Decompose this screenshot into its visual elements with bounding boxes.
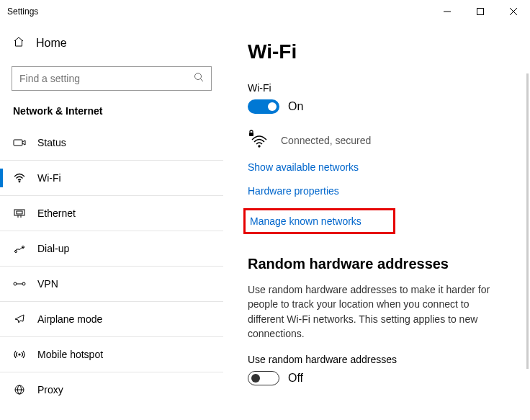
- wifi-icon: [13, 173, 26, 183]
- sidebar-section-header: Network & Internet: [0, 105, 223, 127]
- svg-point-7: [19, 181, 20, 182]
- sidebar-item-label: Wi-Fi: [37, 172, 61, 184]
- sidebar-item-airplane[interactable]: Airplane mode: [0, 303, 223, 335]
- sidebar-item-label: Ethernet: [37, 207, 76, 219]
- ethernet-icon: [13, 208, 26, 218]
- airplane-icon: [13, 313, 26, 325]
- random-addresses-description: Use random hardware addresses to make it…: [248, 282, 507, 341]
- wifi-toggle-state: On: [288, 100, 303, 113]
- sidebar-item-label: Mobile hotspot: [37, 349, 103, 360]
- home-label: Home: [36, 37, 67, 50]
- svg-point-17: [19, 354, 20, 355]
- connection-status-text: Connected, secured: [281, 135, 371, 146]
- sidebar-item-hotspot[interactable]: Mobile hotspot: [0, 339, 223, 370]
- sidebar-item-label: Dial-up: [37, 243, 69, 254]
- svg-point-14: [14, 282, 17, 285]
- home-icon: [13, 36, 24, 50]
- svg-point-12: [15, 251, 17, 253]
- vpn-icon: [13, 280, 26, 287]
- svg-rect-9: [17, 211, 22, 214]
- minimize-button[interactable]: [431, 1, 464, 22]
- sidebar-item-wifi[interactable]: Wi-Fi: [0, 162, 223, 194]
- wifi-secured-icon: [248, 130, 269, 151]
- search-field[interactable]: [19, 73, 194, 84]
- main-content: Wi-Fi Wi-Fi On Connected, secured Show a…: [223, 23, 530, 420]
- sidebar-item-ethernet[interactable]: Ethernet: [0, 197, 223, 229]
- sidebar-item-label: Proxy: [37, 384, 63, 396]
- svg-point-4: [195, 73, 202, 80]
- svg-rect-6: [14, 140, 22, 146]
- close-button[interactable]: [497, 1, 530, 22]
- manage-known-networks-highlight: Manage known networks: [243, 208, 395, 234]
- svg-point-21: [259, 146, 260, 147]
- wifi-toggle-label: Wi-Fi: [248, 82, 516, 94]
- titlebar: Settings: [0, 0, 530, 23]
- divider: [0, 301, 223, 302]
- divider: [0, 372, 223, 372]
- dialup-icon: [13, 243, 26, 254]
- divider: [0, 195, 223, 196]
- divider: [0, 336, 223, 337]
- sidebar-item-label: Airplane mode: [37, 313, 102, 325]
- random-addresses-toggle[interactable]: [248, 371, 279, 385]
- svg-rect-8: [14, 210, 24, 215]
- svg-rect-1: [477, 9, 484, 15]
- proxy-icon: [13, 385, 26, 395]
- sidebar: Home Network & Internet Status Wi-Fi: [0, 23, 223, 420]
- divider: [0, 231, 223, 231]
- svg-point-15: [22, 282, 25, 285]
- svg-rect-22: [249, 133, 253, 136]
- random-addresses-heading: Random hardware addresses: [248, 256, 516, 272]
- sidebar-item-label: VPN: [37, 278, 58, 290]
- sidebar-item-dialup[interactable]: Dial-up: [0, 233, 223, 264]
- divider: [0, 160, 223, 161]
- page-title: Wi-Fi: [248, 40, 516, 63]
- divider: [0, 266, 223, 267]
- search-input[interactable]: [12, 66, 212, 91]
- scrollbar[interactable]: [526, 73, 529, 369]
- wifi-toggle[interactable]: [248, 99, 279, 114]
- sidebar-item-label: Status: [37, 137, 66, 148]
- show-available-networks-link[interactable]: Show available networks: [248, 161, 359, 173]
- svg-line-5: [201, 79, 204, 82]
- manage-known-networks-link[interactable]: Manage known networks: [250, 215, 361, 227]
- search-icon: [194, 72, 204, 85]
- maximize-button[interactable]: [464, 1, 497, 22]
- status-icon: [13, 138, 26, 148]
- sidebar-item-proxy[interactable]: Proxy: [0, 374, 223, 406]
- hardware-properties-link[interactable]: Hardware properties: [248, 185, 339, 197]
- connection-status-row: Connected, secured: [248, 130, 516, 151]
- sidebar-item-vpn[interactable]: VPN: [0, 268, 223, 300]
- sidebar-item-status[interactable]: Status: [0, 127, 223, 158]
- window-controls: [431, 1, 530, 22]
- hotspot-icon: [13, 349, 26, 359]
- random-toggle-state: Off: [288, 372, 303, 385]
- random-toggle-label: Use random hardware addresses: [248, 354, 516, 365]
- window-title: Settings: [7, 6, 38, 17]
- sidebar-item-home[interactable]: Home: [0, 29, 223, 58]
